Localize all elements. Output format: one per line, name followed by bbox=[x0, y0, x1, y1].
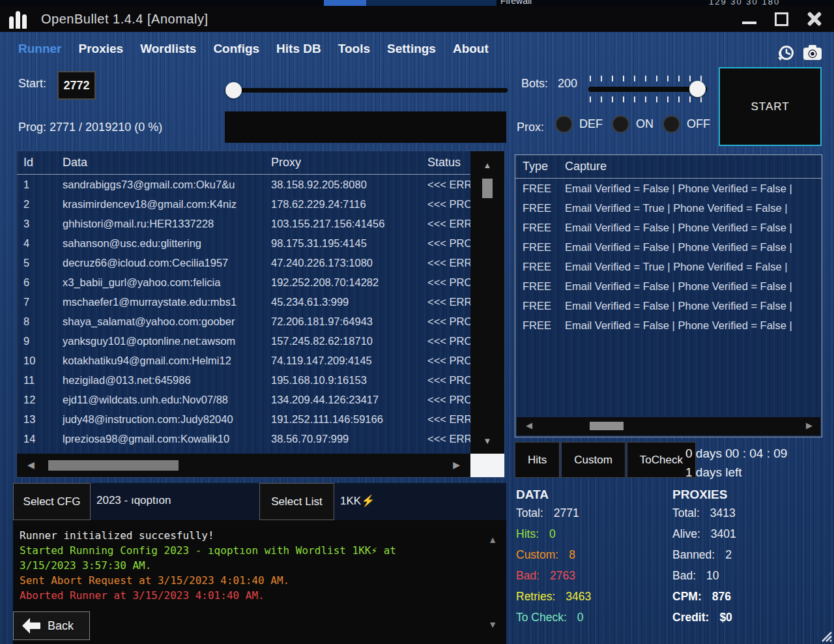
log-scroll-down-icon[interactable]: ▼ bbox=[488, 619, 497, 630]
stat-row: Credit:$0 bbox=[672, 611, 822, 632]
cell-capture: Email Verified = False | Phone Verified … bbox=[565, 222, 819, 234]
background-window-fragment bbox=[324, 0, 366, 6]
bots-value: 200 bbox=[558, 77, 577, 91]
desktop-background-strip: Firewall 129 30 30 180 bbox=[0, 0, 834, 6]
result-row[interactable]: 6 x3_babii_gurl@yahoo.com:felicia 192.25… bbox=[17, 273, 504, 293]
nav-tab[interactable]: Settings bbox=[387, 42, 436, 56]
capture-row[interactable]: FREE Email Verified = False | Phone Veri… bbox=[515, 277, 822, 297]
scrollbar-thumb[interactable] bbox=[48, 460, 179, 471]
nav-tab[interactable]: Runner bbox=[18, 42, 62, 56]
data-stats: Total:2771 Hits:0 Custom:8 Bad:2763 Retr… bbox=[516, 506, 666, 632]
cell-proxy: 178.62.229.24:7116 bbox=[271, 198, 422, 211]
hit-filter-button[interactable]: Hits bbox=[515, 442, 560, 478]
capture-row[interactable]: FREE Email Verified = False | Phone Veri… bbox=[515, 297, 822, 316]
stat-label: Total: bbox=[516, 506, 543, 520]
radio-icon[interactable] bbox=[663, 115, 680, 133]
selected-config-name: 2023 - ıqoptıon bbox=[96, 494, 171, 507]
scrollbar-thumb[interactable] bbox=[482, 179, 493, 198]
cell-status: <<< PROXY bbox=[427, 355, 472, 367]
result-row[interactable]: 3 ghhistori@mail.ru:HER1337228 103.155.2… bbox=[17, 214, 504, 234]
cell-status: <<< PROXY bbox=[427, 276, 472, 289]
capture-row[interactable]: FREE Email Verified = True | Phone Verif… bbox=[515, 199, 822, 218]
result-row[interactable]: 1 sandrabiggs73@gmail.com:Oku7&u 38.158.… bbox=[17, 175, 504, 195]
capture-horizontal-scrollbar[interactable]: ◀ ▶ bbox=[517, 417, 820, 435]
capture-row[interactable]: FREE Email Verified = False | Phone Veri… bbox=[515, 218, 822, 238]
start-slider-thumb[interactable] bbox=[225, 82, 242, 98]
results-rows: 1 sandrabiggs73@gmail.com:Oku7&u 38.158.… bbox=[17, 175, 504, 477]
scroll-down-arrow-icon[interactable]: ▼ bbox=[470, 436, 504, 446]
result-row[interactable]: 5 decruz66@icloud.com:Cecilia1957 47.240… bbox=[17, 254, 504, 273]
resize-grip-icon[interactable] bbox=[819, 629, 832, 642]
cell-proxy: 191.252.111.146:59166 bbox=[271, 413, 422, 426]
capture-row[interactable]: FREE Email Verified = True | Phone Verif… bbox=[515, 257, 822, 277]
history-clock-icon[interactable] bbox=[777, 44, 795, 62]
back-button[interactable]: Back bbox=[13, 611, 90, 640]
cell-type: FREE bbox=[523, 280, 560, 293]
scroll-left-arrow-icon[interactable]: ◀ bbox=[526, 420, 532, 430]
bots-slider-thumb[interactable] bbox=[689, 81, 706, 97]
cell-data: mschaefer1@murraystate.edu:mbs1 bbox=[63, 296, 267, 308]
prox-radio-option[interactable]: DEF bbox=[555, 115, 603, 133]
camera-icon[interactable] bbox=[803, 44, 822, 62]
capture-rows: FREE Email Verified = False | Phone Veri… bbox=[515, 179, 822, 437]
stat-value: 3413 bbox=[710, 506, 736, 520]
scroll-right-arrow-icon[interactable]: ▶ bbox=[453, 460, 460, 470]
proxies-stats: Total:3413 Alive:3401 Banned:2 Bad:10 CP… bbox=[672, 506, 822, 632]
results-horizontal-scrollbar[interactable]: ◀ ▶ bbox=[17, 454, 472, 477]
cell-status: <<< ERROR bbox=[427, 433, 472, 445]
background-window-fragment bbox=[366, 0, 496, 6]
cell-type: FREE bbox=[523, 183, 560, 195]
start-button[interactable]: START bbox=[719, 67, 822, 146]
capture-row[interactable]: FREE Email Verified = False | Phone Veri… bbox=[515, 238, 822, 257]
result-row[interactable]: 12 ejd11@wildcats.unh.edu:Nov07/88 134.2… bbox=[17, 390, 504, 410]
cell-proxy: 195.168.10.9:16153 bbox=[271, 374, 422, 387]
results-vertical-scrollbar[interactable]: ▲ ▼ bbox=[470, 151, 504, 454]
column-header-data: Data bbox=[63, 156, 87, 169]
scroll-up-arrow-icon[interactable]: ▲ bbox=[470, 160, 504, 170]
stat-row: CPM:876 bbox=[672, 590, 822, 611]
capture-row[interactable]: FREE Email Verified = False | Phone Veri… bbox=[515, 179, 822, 199]
nav-tab[interactable]: About bbox=[453, 42, 489, 56]
radio-label: ON bbox=[636, 117, 654, 131]
start-input[interactable] bbox=[57, 71, 96, 100]
maximize-icon[interactable] bbox=[775, 12, 788, 26]
cell-capture: Email Verified = False | Phone Verified … bbox=[565, 241, 819, 254]
result-row[interactable]: 11 hezigilad@013.net:645986 195.168.10.9… bbox=[17, 371, 504, 390]
log-scroll-up-icon[interactable]: ▲ bbox=[488, 534, 497, 545]
stat-row: Hits:0 bbox=[516, 527, 666, 548]
result-row[interactable]: 10 kotakhatiku94@gmail.com:Helmi12 74.11… bbox=[17, 351, 504, 371]
cell-proxy: 72.206.181.97:64943 bbox=[271, 315, 422, 328]
scrollbar-thumb[interactable] bbox=[590, 422, 624, 430]
radio-icon[interactable] bbox=[555, 115, 573, 133]
result-row[interactable]: 2 krasimirdencev18@gmail.com:K4niz 178.6… bbox=[17, 195, 504, 214]
radio-icon[interactable] bbox=[612, 115, 629, 133]
nav-tab[interactable]: Hits DB bbox=[276, 42, 321, 56]
select-list-button[interactable]: Select List bbox=[259, 483, 334, 520]
result-row[interactable]: 8 shaya_salamat@yahoo.com:goober 72.206.… bbox=[17, 312, 504, 332]
prox-radio-option[interactable]: ON bbox=[612, 115, 654, 133]
result-row[interactable]: 7 mschaefer1@murraystate.edu:mbs1 45.234… bbox=[17, 293, 504, 312]
scroll-right-arrow-icon[interactable]: ▶ bbox=[806, 420, 812, 430]
select-cfg-button[interactable]: Select CFG bbox=[13, 483, 91, 520]
cell-proxy: 45.234.61.3:999 bbox=[271, 296, 422, 308]
cell-proxy: 38.56.70.97:999 bbox=[271, 433, 422, 445]
close-icon[interactable] bbox=[807, 11, 822, 27]
minimize-icon[interactable] bbox=[742, 22, 756, 24]
hit-filter-button[interactable]: Custom bbox=[561, 442, 626, 478]
nav-tab[interactable]: Wordlists bbox=[140, 42, 196, 56]
results-table-panel: Id Data Proxy Status 1 sandrabiggs73@gma… bbox=[16, 151, 505, 478]
result-row[interactable]: 9 yanksguy101@optonline.net:awsom 157.24… bbox=[17, 332, 504, 351]
result-row[interactable]: 13 judy48@instruction.com:Judy82040 191.… bbox=[17, 410, 504, 430]
cell-type: FREE bbox=[523, 222, 560, 234]
nav-tab[interactable]: Proxies bbox=[79, 42, 124, 56]
scroll-left-arrow-icon[interactable]: ◀ bbox=[27, 460, 35, 470]
bots-slider-ticks-top bbox=[590, 76, 707, 81]
nav-tab[interactable]: Configs bbox=[213, 42, 259, 56]
cell-capture: Email Verified = True | Phone Verified =… bbox=[565, 261, 819, 273]
start-slider-track[interactable] bbox=[225, 88, 508, 93]
result-row[interactable]: 14 lpreziosa98@gmail.com:Kowalik10 38.56… bbox=[17, 430, 504, 449]
prox-radio-option[interactable]: OFF bbox=[663, 115, 710, 133]
capture-row[interactable]: FREE Email Verified = False | Phone Veri… bbox=[515, 316, 822, 336]
nav-tab[interactable]: Tools bbox=[338, 42, 370, 56]
result-row[interactable]: 4 sahanson@usc.edu:glittering 98.175.31.… bbox=[17, 234, 504, 254]
